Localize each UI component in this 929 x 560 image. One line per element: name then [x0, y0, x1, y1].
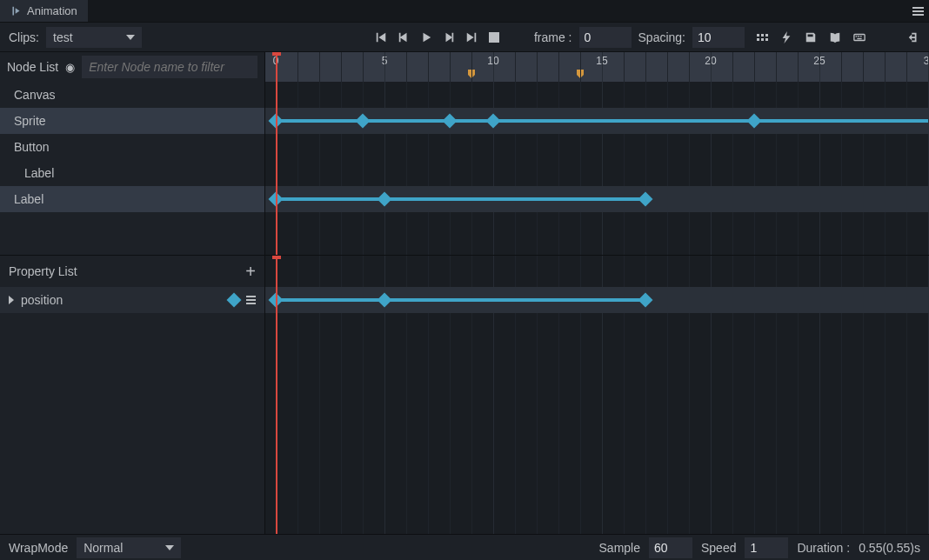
frame-label: frame : — [534, 30, 572, 44]
playhead[interactable] — [276, 52, 277, 255]
node-row[interactable]: Canvas — [0, 82, 264, 108]
keyframe[interactable] — [443, 114, 458, 129]
save-icon — [805, 31, 817, 43]
node-row[interactable]: Label — [0, 160, 264, 186]
node-row-label: Canvas — [14, 88, 55, 102]
spacing-label: Spacing: — [638, 30, 685, 44]
exit-icon — [907, 31, 919, 43]
ruler-tick: 5 — [382, 55, 388, 67]
event-marker[interactable] — [577, 70, 584, 78]
grid-icon — [757, 34, 768, 41]
wrapmode-value: Normal — [84, 541, 123, 555]
lightning-icon — [780, 31, 792, 43]
duration-label: Duration : — [797, 541, 850, 555]
node-row-label: Label — [14, 192, 43, 206]
svg-rect-1 — [856, 36, 858, 37]
svg-rect-2 — [858, 36, 859, 37]
stop-button[interactable] — [485, 27, 503, 48]
goto-start-button[interactable] — [372, 27, 390, 48]
visibility-icon[interactable]: ◉ — [65, 61, 75, 74]
hamburger-icon — [912, 7, 924, 16]
prev-frame-button[interactable] — [395, 27, 412, 48]
track-segment — [276, 197, 645, 201]
keyframe[interactable] — [486, 114, 501, 129]
keyframe[interactable] — [638, 192, 653, 207]
playhead-lower[interactable] — [276, 256, 277, 534]
event-button[interactable] — [776, 27, 797, 48]
keyframe[interactable] — [356, 114, 371, 129]
book-icon — [829, 31, 841, 43]
property-menu-icon[interactable] — [246, 296, 256, 304]
node-row-label: Button — [14, 140, 49, 154]
keyframe[interactable] — [378, 192, 392, 207]
animation-icon — [10, 5, 22, 17]
node-row-label: Label — [24, 166, 54, 180]
chevron-down-icon — [126, 35, 135, 40]
keyframe[interactable] — [378, 293, 392, 308]
frame-input[interactable] — [579, 27, 632, 48]
grid-snap-button[interactable] — [752, 27, 772, 48]
add-keyframe-button[interactable] — [227, 293, 242, 308]
speed-label: Speed — [701, 541, 736, 555]
node-row-label: Sprite — [14, 114, 46, 128]
clip-select-value: test — [53, 30, 73, 44]
sample-input[interactable] — [649, 537, 692, 558]
clips-label: Clips: — [9, 30, 39, 44]
proplist-title: Property List — [9, 264, 77, 278]
duration-value: 0.55(0.55)s — [859, 541, 920, 555]
track-segment — [276, 119, 928, 123]
node-row[interactable]: Label — [0, 186, 264, 212]
sample-label: Sample — [599, 541, 640, 555]
keyframe[interactable] — [747, 114, 762, 129]
next-frame-button[interactable] — [440, 27, 458, 48]
add-property-button[interactable]: + — [245, 262, 256, 282]
ruler-tick: 10 — [487, 55, 498, 67]
tab-animation[interactable]: Animation — [0, 0, 88, 22]
property-label: position — [21, 293, 222, 307]
goto-end-button[interactable] — [463, 27, 480, 48]
svg-rect-4 — [857, 37, 861, 38]
event-marker[interactable] — [468, 70, 475, 78]
track-segment — [276, 298, 645, 302]
track-row[interactable] — [265, 82, 929, 108]
timeline-ruler[interactable]: 05101520253 — [265, 52, 929, 82]
wrapmode-label: WrapMode — [9, 541, 68, 555]
exit-button[interactable] — [903, 27, 924, 48]
clip-select[interactable]: test — [46, 27, 142, 48]
node-row[interactable]: Button — [0, 134, 264, 160]
ruler-tick: 3 — [924, 55, 929, 67]
node-row[interactable]: Sprite — [0, 108, 264, 134]
keyboard-button[interactable] — [849, 27, 870, 48]
speed-input[interactable] — [745, 537, 788, 558]
play-button[interactable] — [418, 27, 435, 48]
save-button[interactable] — [800, 27, 821, 48]
track-row[interactable] — [265, 108, 929, 134]
track-row[interactable] — [265, 186, 929, 212]
ruler-tick: 15 — [596, 55, 607, 67]
track-row[interactable] — [265, 287, 929, 313]
expand-icon[interactable] — [9, 296, 14, 304]
nodelist-title: Node List — [7, 60, 58, 74]
keyframe[interactable] — [638, 293, 653, 308]
ruler-tick: 25 — [813, 55, 825, 67]
tab-label: Animation — [27, 4, 77, 17]
track-row[interactable] — [265, 160, 929, 186]
ruler-tick: 20 — [705, 55, 716, 67]
property-row[interactable]: position — [0, 287, 264, 313]
docs-button[interactable] — [825, 27, 845, 48]
stop-icon — [489, 32, 499, 43]
panel-menu-button[interactable] — [906, 0, 929, 22]
spacing-input[interactable] — [692, 27, 745, 48]
keyboard-icon — [853, 31, 866, 43]
wrapmode-select[interactable]: Normal — [77, 537, 181, 558]
svg-rect-3 — [860, 36, 862, 37]
node-filter-input[interactable] — [82, 56, 257, 78]
svg-rect-0 — [854, 34, 865, 40]
track-row[interactable] — [265, 134, 929, 160]
chevron-down-icon — [165, 545, 174, 550]
